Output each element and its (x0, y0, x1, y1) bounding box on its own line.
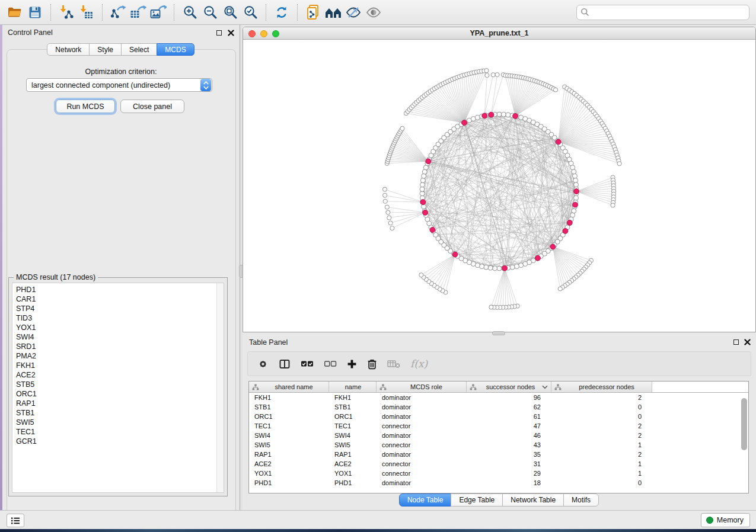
network-window-titlebar[interactable]: YPA_prune.txt_1 (243, 27, 755, 40)
mcds-hub-node[interactable] (567, 220, 572, 225)
tab-style[interactable]: Style (89, 43, 122, 56)
table-row[interactable]: TEC1TEC1connector472 (249, 421, 748, 431)
leaf-node[interactable] (383, 193, 387, 197)
column-header-MCDS-role[interactable]: MCDS role (377, 382, 467, 393)
leaf-node[interactable] (617, 162, 621, 166)
zoom-in-button[interactable] (180, 3, 200, 22)
table-row[interactable]: ACE2ACE2connector311 (249, 459, 748, 469)
mcds-result-item[interactable]: ACE2 (16, 370, 224, 380)
mcds-hub-node[interactable] (556, 139, 561, 145)
overview-button[interactable] (323, 3, 343, 22)
ring-node[interactable] (475, 115, 480, 120)
optimization-criterion-select[interactable]: largest connected component (undirected) (26, 78, 212, 92)
mcds-result-item[interactable]: YOX1 (16, 323, 224, 332)
column-header-predecessor-nodes[interactable]: predecessor nodes (551, 382, 652, 393)
import-network-button[interactable] (56, 3, 76, 22)
leaf-node[interactable] (386, 210, 390, 214)
memory-button[interactable]: Memory (701, 513, 750, 527)
mcds-result-list[interactable]: PHD1CAR1STP4TID3YOX1SWI4SRD1PMA2FKH1ACE2… (12, 283, 224, 493)
ring-node[interactable] (497, 266, 502, 271)
mcds-result-item[interactable]: RAP1 (16, 399, 224, 408)
share-document-button[interactable] (303, 3, 323, 22)
leaf-node[interactable] (491, 73, 495, 77)
tab-network[interactable]: Network (47, 43, 90, 56)
table-scrollbar-thumb[interactable] (741, 398, 747, 450)
ring-node[interactable] (497, 112, 502, 117)
ring-node[interactable] (493, 266, 497, 271)
mcds-hub-node[interactable] (513, 113, 518, 118)
ring-node[interactable] (519, 263, 524, 268)
horizontal-splitter-grip[interactable] (492, 331, 505, 335)
select-all-button[interactable] (301, 360, 314, 368)
ring-node[interactable] (422, 174, 426, 178)
mcds-hub-node[interactable] (574, 189, 579, 194)
hide-edges-button[interactable] (343, 3, 363, 22)
leaf-node[interactable] (385, 205, 389, 209)
leaf-node[interactable] (382, 187, 387, 191)
zoom-out-button[interactable] (200, 3, 220, 22)
table-row[interactable]: SWI5SWI5connector431 (249, 440, 748, 450)
ring-node[interactable] (506, 113, 511, 117)
mcds-result-item[interactable]: CAR1 (16, 294, 224, 304)
leaf-node[interactable] (419, 273, 423, 277)
tab-motifs[interactable]: Motifs (563, 493, 599, 507)
delete-column-button[interactable] (367, 358, 377, 370)
float-panel-icon[interactable] (216, 30, 222, 36)
toggle-panel-mode-button[interactable] (279, 358, 291, 370)
import-table-button[interactable] (76, 3, 97, 22)
network-graph[interactable] (243, 40, 755, 332)
mcds-result-item[interactable]: SWI5 (16, 418, 224, 427)
table-settings-button[interactable] (257, 358, 269, 370)
table-row[interactable]: YOX1YOX1connector291 (249, 469, 748, 478)
tab-network-table[interactable]: Network Table (502, 493, 564, 507)
column-header-successor-nodes[interactable]: successor nodes (467, 382, 551, 393)
leaf-node[interactable] (495, 72, 499, 76)
ring-node[interactable] (420, 182, 425, 187)
tab-edge-table[interactable]: Edge Table (451, 493, 503, 507)
ring-node[interactable] (573, 178, 578, 182)
zoom-selected-button[interactable] (240, 3, 260, 22)
mcds-hub-node[interactable] (573, 202, 578, 207)
ring-node[interactable] (484, 265, 489, 270)
column-header-shared-name[interactable]: shared name (249, 382, 329, 393)
tab-node-table[interactable]: Node Table (399, 493, 452, 507)
leaf-node[interactable] (485, 73, 489, 77)
task-history-button[interactable] (7, 514, 24, 527)
table-row[interactable]: STB1STB1dominator620 (249, 402, 748, 412)
network-canvas[interactable] (243, 40, 755, 332)
mcds-hub-node[interactable] (563, 229, 568, 234)
leaf-node[interactable] (553, 88, 557, 92)
table-float-icon[interactable] (733, 339, 739, 345)
ring-node[interactable] (488, 265, 493, 270)
leaf-node[interactable] (388, 221, 393, 225)
leaf-node[interactable] (489, 305, 493, 309)
mcds-result-item[interactable]: STB5 (16, 380, 224, 389)
mcds-result-item[interactable]: PMA2 (16, 351, 224, 361)
ring-node[interactable] (420, 191, 425, 196)
save-session-button[interactable] (25, 3, 45, 22)
table-row[interactable]: FKH1FKH1dominator962 (249, 393, 748, 402)
leaf-node[interactable] (390, 226, 394, 230)
show-graphics-button[interactable] (363, 3, 384, 22)
ring-node[interactable] (574, 196, 579, 200)
mcds-hub-node[interactable] (423, 210, 428, 215)
refresh-button[interactable] (272, 3, 292, 22)
tab-mcds[interactable]: MCDS (157, 43, 194, 56)
mcds-list-scrollbar[interactable] (216, 283, 224, 492)
mcds-result-item[interactable]: STB1 (16, 408, 224, 418)
export-image-button[interactable] (148, 3, 168, 22)
ring-node[interactable] (501, 112, 506, 117)
column-header-name[interactable]: name (329, 382, 377, 393)
deselect-all-button[interactable] (324, 360, 337, 368)
run-mcds-button[interactable]: Run MCDS (56, 100, 115, 113)
close-panel-icon[interactable] (228, 30, 234, 36)
mcds-result-item[interactable]: TEC1 (16, 427, 224, 437)
ring-node[interactable] (514, 264, 519, 269)
search-input[interactable] (576, 5, 749, 20)
ring-node[interactable] (510, 265, 515, 270)
leaf-node[interactable] (387, 216, 391, 220)
mcds-result-item[interactable]: TID3 (16, 313, 224, 323)
mcds-hub-node[interactable] (502, 265, 508, 271)
open-file-button[interactable] (5, 3, 25, 22)
leaf-node[interactable] (400, 126, 404, 130)
